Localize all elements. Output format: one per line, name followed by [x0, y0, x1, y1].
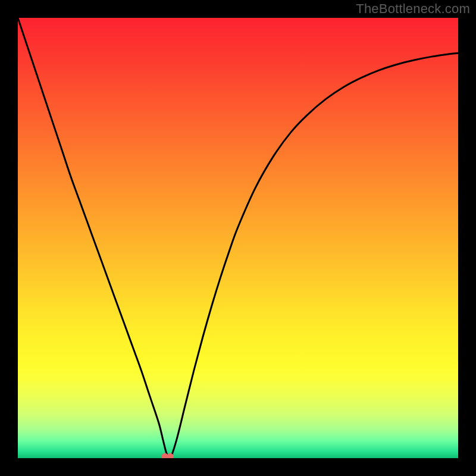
- chart-frame: TheBottleneck.com: [0, 0, 476, 476]
- plot-area: [18, 18, 458, 458]
- gradient-background: [18, 18, 458, 458]
- watermark-text: TheBottleneck.com: [356, 1, 470, 17]
- bottleneck-chart: [18, 18, 458, 458]
